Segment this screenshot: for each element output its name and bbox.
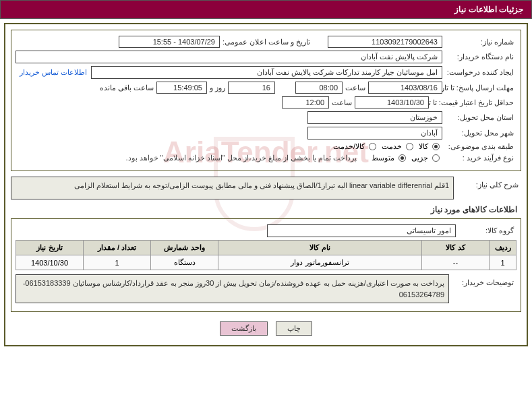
announce-date-value: 1403/07/29 - 15:55 bbox=[119, 36, 220, 48]
goods-group-value: امور تاسیساتی bbox=[267, 224, 456, 237]
radio-icon bbox=[406, 143, 413, 150]
buyer-contact-link[interactable]: اطلاعات تماس خریدار bbox=[16, 68, 91, 77]
radio-khadmat[interactable]: خدمت bbox=[379, 142, 416, 151]
remaining-time: 15:49:05 bbox=[156, 82, 207, 94]
radio-khadmat-label: خدمت bbox=[382, 142, 402, 151]
table-row: 1 -- ترانسفورماتور دوار دستگاه 1 1403/10… bbox=[16, 255, 516, 270]
radio-kalakhadmat-label: کالا/خدمت bbox=[333, 142, 365, 151]
radio-kalakhadmat[interactable]: کالا/خدمت bbox=[330, 142, 379, 151]
buyer-notes-text: پرداخت به صورت اعتباری/هزینه حمل به عهده… bbox=[16, 274, 449, 303]
back-button[interactable]: بازگشت bbox=[220, 321, 268, 336]
td-name: ترانسفورماتور دوار bbox=[218, 255, 422, 270]
category-label: طبقه بندی موضوعی: bbox=[442, 142, 516, 151]
radio-motavaset-label: متوسط bbox=[372, 154, 394, 162]
purchase-type-label: نوع فرآیند خرید : bbox=[442, 154, 516, 162]
reply-deadline-label: مهلت ارسال پاسخ: تا تاریخ: bbox=[442, 84, 516, 92]
row-price-validity: حداقل تاریخ اعتبار قیمت: تا تاریخ: 1403/… bbox=[16, 96, 516, 108]
th-code: کد کالا bbox=[422, 241, 490, 255]
need-no-value: 1103092179002643 bbox=[328, 36, 442, 48]
requester-label: ایجاد کننده درخواست: bbox=[442, 68, 516, 77]
page-title: جزئیات اطلاعات نیاز bbox=[454, 5, 523, 14]
row-purchase-type: نوع فرآیند خرید : جزیی متوسط پرداخت تمام… bbox=[16, 154, 516, 162]
purchase-note: پرداخت تمام یا بخشی از مبلغ خرید،از محل … bbox=[123, 154, 369, 162]
radio-kala[interactable]: کالا bbox=[416, 142, 442, 151]
price-validity-time: 12:00 bbox=[282, 96, 329, 108]
items-section-title: اطلاعات کالاهای مورد نیاز bbox=[15, 205, 517, 214]
td-date: 1403/10/30 bbox=[16, 255, 84, 270]
price-validity-date: 1403/10/30 bbox=[355, 96, 429, 108]
row-need-no: شماره نیاز: 1103092179002643 تاریخ و ساع… bbox=[16, 36, 516, 48]
row-buyer-org: نام دستگاه خریدار: شرکت پالایش نفت آبادا… bbox=[16, 51, 516, 63]
buyer-notes-label: توضیحات خریدار: bbox=[449, 274, 516, 287]
city-value: آبادان bbox=[307, 127, 442, 140]
announce-date-label: تاریخ و ساعت اعلان عمومی: bbox=[220, 38, 328, 46]
row-summary: شرح کلی نیاز: 1قلم linear variable diffe… bbox=[11, 177, 521, 199]
row-buyer-notes: توضیحات خریدار: پرداخت به صورت اعتباری/ه… bbox=[16, 274, 516, 303]
page-title-bar: جزئیات اطلاعات نیاز bbox=[0, 0, 532, 19]
row-goods-group: گروه کالا: امور تاسیساتی bbox=[16, 224, 516, 237]
th-date: تاریخ نیاز bbox=[16, 241, 84, 255]
province-label: استان محل تحویل: bbox=[442, 113, 516, 122]
th-row: ردیف bbox=[490, 241, 516, 255]
td-qty: 1 bbox=[84, 255, 151, 270]
need-info-group: شماره نیاز: 1103092179002643 تاریخ و ساع… bbox=[11, 30, 521, 171]
radio-kala-label: کالا bbox=[419, 142, 428, 151]
city-label: شهر محل تحویل: bbox=[442, 129, 516, 137]
radio-icon bbox=[369, 143, 376, 150]
button-row: چاپ بازگشت bbox=[11, 317, 521, 340]
remaining-suffix: ساعت باقی مانده bbox=[97, 84, 156, 92]
row-city: شهر محل تحویل: آبادان bbox=[16, 127, 516, 140]
radio-motavaset[interactable]: متوسط bbox=[369, 154, 409, 162]
time-label-2: ساعت bbox=[329, 98, 355, 107]
summary-label: شرح کلی نیاز: bbox=[454, 177, 521, 189]
radio-icon bbox=[432, 154, 440, 162]
table-header-row: ردیف کد کالا نام کالا واحد شمارش تعداد /… bbox=[16, 241, 516, 255]
row-requester: ایجاد کننده درخواست: امل موسائیان جیار ک… bbox=[16, 66, 516, 79]
items-group: گروه کالا: امور تاسیساتی ردیف کد کالا نا… bbox=[11, 218, 521, 312]
td-unit: دستگاه bbox=[151, 255, 218, 270]
page: جزئیات اطلاعات نیاز AriaTender.net شماره… bbox=[0, 0, 532, 346]
items-table: ردیف کد کالا نام کالا واحد شمارش تعداد /… bbox=[16, 240, 516, 270]
radio-jozi-label: جزیی bbox=[411, 154, 428, 162]
td-row: 1 bbox=[490, 255, 516, 270]
province-value: خوزستان bbox=[307, 111, 442, 124]
row-province: استان محل تحویل: خوزستان bbox=[16, 111, 516, 124]
main-frame: AriaTender.net شماره نیاز: 1103092179002… bbox=[4, 23, 528, 346]
th-unit: واحد شمارش bbox=[151, 241, 218, 255]
reply-deadline-date: 1403/08/16 bbox=[368, 82, 442, 94]
time-label-1: ساعت bbox=[343, 84, 368, 92]
remaining-days-suffix: روز و bbox=[207, 84, 228, 92]
summary-text: 1قلم linear variable differenrial الیه ت… bbox=[11, 177, 454, 199]
radio-icon bbox=[398, 154, 406, 162]
price-validity-label: حداقل تاریخ اعتبار قیمت: تا تاریخ: bbox=[429, 98, 516, 107]
row-reply-deadline: مهلت ارسال پاسخ: تا تاریخ: 1403/08/16 سا… bbox=[16, 82, 516, 94]
requester-value: امل موسائیان جیار کارمند تدارکات شرکت پا… bbox=[91, 66, 442, 79]
print-button[interactable]: چاپ bbox=[276, 321, 312, 336]
remaining-days: 16 bbox=[228, 82, 275, 94]
radio-icon bbox=[432, 143, 440, 150]
goods-group-label: گروه کالا: bbox=[456, 226, 516, 235]
buyer-org-value: شرکت پالایش نفت آبادان bbox=[16, 51, 442, 63]
reply-deadline-time: 08:00 bbox=[295, 82, 343, 94]
th-qty: تعداد / مقدار bbox=[84, 241, 151, 255]
buyer-org-label: نام دستگاه خریدار: bbox=[442, 53, 516, 61]
need-no-label: شماره نیاز: bbox=[442, 38, 516, 46]
row-category: طبقه بندی موضوعی: کالا خدمت کالا/خدمت bbox=[16, 142, 516, 151]
radio-jozi[interactable]: جزیی bbox=[409, 154, 442, 162]
th-name: نام کالا bbox=[218, 241, 422, 255]
td-code: -- bbox=[422, 255, 490, 270]
